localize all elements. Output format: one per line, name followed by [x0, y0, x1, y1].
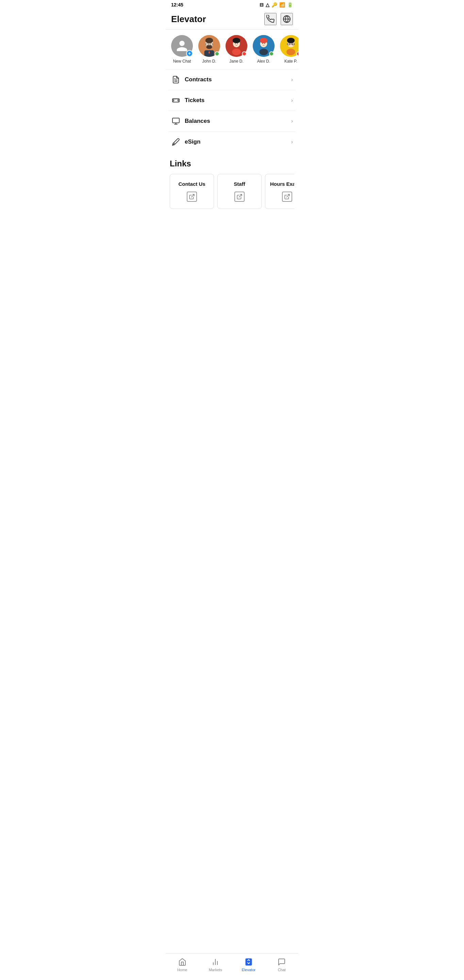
contact-jane-d[interactable]: Jane D. [224, 35, 249, 64]
header-actions [264, 13, 293, 25]
contracts-icon [171, 75, 181, 84]
links-heading: Links [170, 159, 294, 169]
header: Elevator [166, 10, 298, 30]
chat-nav-icon [277, 958, 286, 966]
new-chat-badge: + [186, 50, 193, 57]
contacts-row: + New Chat [166, 30, 298, 69]
staff-external-icon [234, 192, 245, 202]
balances-icon [171, 116, 181, 126]
kate-avatar [280, 35, 298, 57]
esign-chevron: › [291, 139, 293, 145]
contact-john-d[interactable]: John D. [197, 35, 221, 64]
esign-label: eSign [185, 138, 287, 145]
home-nav-icon [178, 958, 187, 966]
svg-rect-36 [172, 118, 179, 123]
menu-item-balances[interactable]: Balances › [168, 111, 296, 132]
svg-point-26 [287, 38, 295, 43]
svg-line-42 [287, 194, 289, 197]
svg-point-22 [262, 43, 263, 44]
links-grid: Contact Us Staff Hours Exa [170, 174, 294, 209]
svg-point-15 [232, 49, 241, 55]
link-title-hours-exam: Hours Exam... [270, 181, 294, 187]
chat-nav-label: Chat [278, 968, 286, 972]
contact-kate-p[interactable]: Kate P. [279, 35, 298, 64]
svg-point-17 [237, 43, 238, 44]
nav-item-elevator[interactable]: Elevator [237, 956, 261, 973]
links-section: Links Contact Us Staff [166, 152, 298, 213]
alex-status-dot [269, 51, 274, 56]
esign-icon [171, 137, 181, 147]
notification-icon: ⊟ [259, 2, 264, 8]
link-card-hours-exam[interactable]: Hours Exam... [265, 174, 294, 209]
battery-icon: 🔋 [287, 2, 293, 8]
svg-point-20 [260, 38, 267, 43]
contact-name-john: John D. [202, 59, 216, 64]
new-chat-avatar-wrapper: + [171, 35, 193, 57]
elevator-nav-label: Elevator [242, 968, 256, 972]
menu-list: Contracts › Tickets › Balances › [166, 69, 298, 152]
kate-status-dot [296, 51, 298, 56]
status-icons: ⊟ △ 🔑 📶 🔋 [259, 2, 293, 8]
balances-label: Balances [185, 118, 287, 124]
contact-name-new-chat: New Chat [173, 59, 191, 64]
nav-item-chat[interactable]: Chat [270, 956, 294, 973]
contracts-label: Contracts [185, 76, 287, 83]
home-nav-label: Home [177, 968, 187, 972]
contact-new-chat[interactable]: + New Chat [170, 35, 194, 64]
tickets-chevron: › [291, 97, 293, 103]
svg-point-9 [206, 45, 212, 49]
nav-item-markets[interactable]: Markets [203, 956, 227, 973]
link-card-contact-us[interactable]: Contact Us [170, 174, 214, 209]
svg-point-21 [259, 49, 268, 55]
hours-exam-external-icon [282, 192, 292, 202]
link-title-contact-us: Contact Us [178, 181, 205, 187]
menu-item-esign[interactable]: eSign › [168, 132, 296, 152]
globe-button[interactable] [281, 13, 293, 25]
markets-nav-icon [211, 958, 220, 966]
contact-name-jane: Jane D. [229, 59, 243, 64]
svg-point-30 [286, 49, 295, 55]
john-status-dot [215, 51, 219, 56]
wifi-icon: 📶 [279, 2, 285, 8]
contact-name-kate: Kate P. [284, 59, 297, 64]
tickets-label: Tickets [185, 97, 287, 104]
svg-point-16 [235, 43, 236, 44]
status-bar: 12:45 ⊟ △ 🔑 📶 🔋 [166, 0, 298, 10]
svg-point-23 [264, 43, 265, 44]
svg-point-5 [205, 38, 213, 43]
nav-item-home[interactable]: Home [170, 956, 194, 973]
contact-name-alex: Alex D. [257, 59, 270, 64]
app-title: Elevator [171, 14, 206, 24]
markets-nav-label: Markets [209, 968, 222, 972]
tickets-icon [171, 95, 181, 105]
lock-icon: 🔑 [272, 2, 277, 8]
phone-button[interactable] [264, 13, 276, 25]
svg-point-14 [233, 38, 240, 43]
alert-icon: △ [266, 2, 269, 8]
kate-avatar-wrapper [280, 35, 298, 57]
alex-avatar-wrapper [253, 35, 275, 57]
contact-us-external-icon [187, 192, 197, 202]
contracts-chevron: › [291, 76, 293, 83]
svg-line-40 [192, 194, 194, 197]
john-avatar-wrapper [198, 35, 220, 57]
elevator-nav-icon [244, 958, 253, 966]
svg-point-32 [292, 44, 293, 45]
status-time: 12:45 [171, 2, 183, 8]
contact-alex-d[interactable]: Alex D. [251, 35, 276, 64]
menu-item-contracts[interactable]: Contracts › [168, 69, 296, 90]
link-card-staff[interactable]: Staff [218, 174, 262, 209]
balances-chevron: › [291, 118, 293, 124]
link-title-staff: Staff [234, 181, 245, 187]
menu-item-tickets[interactable]: Tickets › [168, 90, 296, 111]
svg-line-41 [239, 194, 242, 197]
bottom-nav: Home Markets Elevator Chat [166, 953, 298, 980]
jane-status-dot [242, 51, 246, 56]
jane-avatar-wrapper [226, 35, 247, 57]
svg-point-31 [289, 44, 290, 45]
